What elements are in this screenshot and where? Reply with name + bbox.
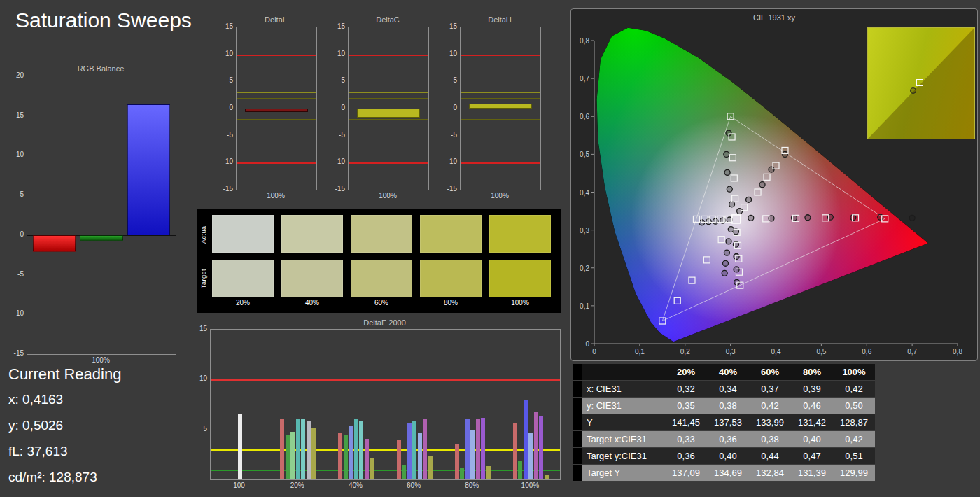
delta-chart-2: DeltaH 100% 151050-5-10-15 xyxy=(438,15,542,202)
measured-point-red xyxy=(805,215,811,220)
cie-y-tick: 0,2 xyxy=(580,265,589,272)
rgb-y-tick: 10 xyxy=(7,150,24,158)
cie-x-tick: 0,6 xyxy=(862,348,872,356)
cie-y-tick: 0,1 xyxy=(580,302,589,310)
deltae-bar xyxy=(312,428,316,479)
deltae-bar xyxy=(534,412,538,479)
deltae-bar xyxy=(280,419,284,479)
deltae-bar xyxy=(290,432,295,479)
table-row-label: y: CIE31 xyxy=(582,398,665,414)
current-reading-heading: Current Reading xyxy=(8,365,121,384)
cie-x-tick: 0,5 xyxy=(816,348,826,356)
rgb-y-tick: -10 xyxy=(7,309,24,317)
measured-point-green xyxy=(727,186,732,192)
deltae-bar xyxy=(402,465,406,479)
table-value: 0,34 xyxy=(707,381,749,398)
ref-line xyxy=(211,379,560,381)
deltac-xlabel: 100% xyxy=(348,192,428,200)
deltae-bar xyxy=(412,421,416,479)
table-value: 0,42 xyxy=(833,381,875,398)
delta-y-tick: -15 xyxy=(326,185,345,192)
deltae-bar xyxy=(354,419,358,479)
deltae-bar xyxy=(344,435,348,479)
table-header: 100% xyxy=(833,364,875,381)
measured-point-yellow xyxy=(760,182,765,188)
table-row-label: Y xyxy=(582,414,665,431)
table-value: 129,99 xyxy=(833,465,875,482)
table-row-label: Target Y xyxy=(582,465,665,482)
measured-point-red xyxy=(748,215,754,220)
ref-line xyxy=(237,162,316,164)
ref-line xyxy=(349,92,428,93)
deltae-plot xyxy=(210,329,561,480)
measured-point-magenta xyxy=(734,267,739,272)
swatch-target-80% xyxy=(420,260,482,298)
rgb-y-tick: -5 xyxy=(7,270,24,278)
delta-y-tick: 5 xyxy=(326,76,345,84)
ref-line xyxy=(211,470,560,471)
deltae-y-tick: 10 xyxy=(188,374,207,382)
deltae-bar xyxy=(460,468,464,479)
measured-point-yellow xyxy=(769,167,774,172)
deltae-x-label: 100% xyxy=(509,482,551,489)
table-value: 0,38 xyxy=(707,398,749,414)
reading-line: x: 0,4163 xyxy=(8,386,97,412)
measured-point-cyan xyxy=(706,219,711,225)
delta-bar xyxy=(357,108,420,118)
swatch-col-label: 20% xyxy=(212,299,274,307)
rgb-bar-blue xyxy=(127,104,170,235)
deltae-bar xyxy=(481,418,485,479)
delta-y-tick: -5 xyxy=(326,131,345,139)
measured-point-magenta xyxy=(734,254,739,260)
table-row-strip xyxy=(573,431,582,448)
deltae-bar xyxy=(524,400,528,479)
table-header: 40% xyxy=(707,364,749,381)
table-value: 0,37 xyxy=(749,381,791,398)
ref-line xyxy=(237,55,316,56)
deltae-bar xyxy=(476,419,480,479)
table-value: 0,33 xyxy=(665,431,707,448)
swatch-actual-100% xyxy=(489,215,551,253)
deltal-plot xyxy=(236,27,317,190)
ref-line xyxy=(237,125,316,125)
table-header: 60% xyxy=(749,364,791,381)
delta-y-tick: 5 xyxy=(214,76,233,84)
table-header: 20% xyxy=(665,364,707,381)
deltae-bar xyxy=(301,419,305,479)
deltae-bar xyxy=(349,426,353,479)
cie-y-tick: 0 xyxy=(585,340,589,348)
measured-point-yellow xyxy=(746,197,752,202)
swatch-col-label: 100% xyxy=(489,299,551,307)
deltae-bar xyxy=(465,419,470,479)
deltae-bar xyxy=(428,456,433,479)
deltae-bar xyxy=(518,461,522,479)
cie-x-tick: 0,7 xyxy=(907,348,917,356)
deltae-chart: DeltaE 2000 1510510020%40%60%80%100% xyxy=(188,318,566,495)
delta-chart-0: DeltaL 100% 151050-5-10-15 xyxy=(214,15,318,202)
table-value: 0,40 xyxy=(791,431,833,448)
deltae-bar xyxy=(407,423,412,479)
swatch-row-label-actual: Actual xyxy=(200,224,207,244)
table-row-label: Target y:CIE31 xyxy=(582,448,665,465)
ref-line xyxy=(461,162,540,164)
measured-point-blue xyxy=(722,260,728,266)
delta-y-tick: -10 xyxy=(438,158,457,165)
table-value: 0,47 xyxy=(791,448,833,465)
table-value: 141,45 xyxy=(665,414,707,431)
deltae-bar xyxy=(528,433,533,479)
cie-x-tick: 0,4 xyxy=(771,348,781,356)
ref-line xyxy=(211,449,560,451)
reading-line: y: 0,5026 xyxy=(8,412,97,438)
table-value: 131,39 xyxy=(791,465,833,482)
page-title: Saturation Sweeps xyxy=(15,8,192,32)
delta-y-tick: 0 xyxy=(326,104,345,111)
results-table: 20%40%60%80%100%x: CIE310,320,340,370,39… xyxy=(573,364,875,482)
cie-x-tick: 0,3 xyxy=(726,348,736,356)
swatch-panel: Actual Target 20%40%60%80%100% xyxy=(197,209,561,313)
delta-y-tick: 15 xyxy=(214,22,233,30)
table-row-strip xyxy=(573,381,582,398)
deltae-bar xyxy=(423,419,427,479)
deltae-bar xyxy=(286,435,290,479)
delta-y-tick: 15 xyxy=(438,22,457,30)
ref-line xyxy=(461,92,540,93)
